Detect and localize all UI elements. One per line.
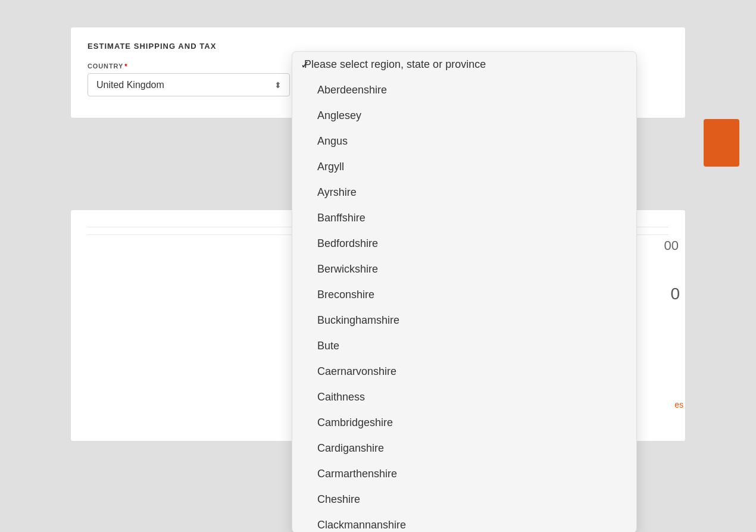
dropdown-item[interactable]: Please select region, state or province [292,52,636,77]
orange-button[interactable] [704,119,739,167]
dropdown-item[interactable]: Argyll [292,154,636,180]
dropdown-item[interactable]: Breconshire [292,282,636,308]
dropdown-item[interactable]: Caernarvonshire [292,359,636,384]
dropdown-item[interactable]: Berwickshire [292,256,636,282]
region-dropdown[interactable]: Please select region, state or provinceA… [292,51,637,532]
country-form-group: COUNTRY* United Kingdom ⬍ [88,62,290,96]
dropdown-item[interactable]: Aberdeenshire [292,77,636,103]
dropdown-item[interactable]: Carmarthenshire [292,461,636,487]
dropdown-item[interactable]: Cambridgeshire [292,410,636,436]
partial-price-0: 0 [670,284,680,303]
dropdown-item[interactable]: Buckinghamshire [292,308,636,333]
dropdown-list: Please select region, state or provinceA… [292,52,636,532]
dropdown-item[interactable]: Anglesey [292,103,636,129]
dropdown-item[interactable]: Bedfordshire [292,231,636,256]
dropdown-item[interactable]: Banffshire [292,205,636,231]
country-label: COUNTRY* [88,62,290,70]
shipping-card-title: ESTIMATE SHIPPING AND TAX [88,42,668,51]
country-select[interactable]: United Kingdom [88,73,290,96]
country-select-wrapper[interactable]: United Kingdom ⬍ [88,73,290,96]
dropdown-item[interactable]: Ayrshire [292,180,636,205]
required-star: * [124,62,127,70]
dropdown-item[interactable]: Bute [292,333,636,359]
dropdown-item[interactable]: Angus [292,129,636,154]
dropdown-item[interactable]: Caithness [292,384,636,410]
dropdown-item[interactable]: Cardiganshire [292,436,636,461]
page: ESTIMATE SHIPPING AND TAX COUNTRY* Unite… [0,0,756,532]
dropdown-item[interactable]: Clackmannanshire [292,512,636,532]
dropdown-item[interactable]: Cheshire [292,487,636,512]
partial-price-00: 00 [664,238,679,254]
orange-link-es[interactable]: es [674,400,683,409]
